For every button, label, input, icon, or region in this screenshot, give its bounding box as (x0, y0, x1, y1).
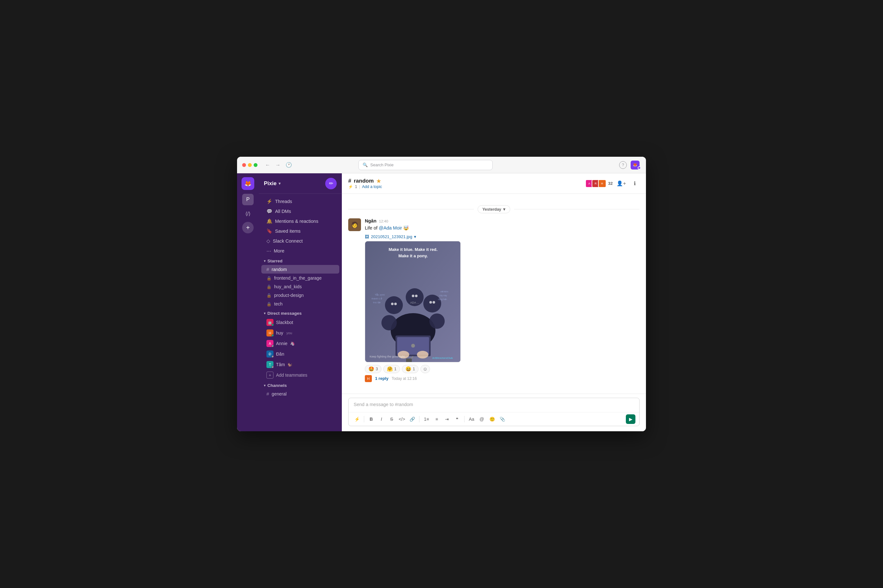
sidebar-item-mentions[interactable]: 🔔 Mentions & reactions (261, 216, 339, 226)
add-topic-link[interactable]: Add a topic (362, 184, 382, 189)
dm-item-slackbot[interactable]: 🤖 Slackbot (261, 317, 339, 327)
titlebar-right: ? 🦊 (619, 160, 641, 170)
channel-item-random[interactable]: # random (261, 265, 339, 274)
link-button[interactable]: 🔗 (408, 415, 417, 424)
channel-item-frontend[interactable]: 🔒 frontend_in_the_garage (261, 274, 339, 282)
minimize-button[interactable] (248, 163, 252, 167)
info-button[interactable]: ℹ (630, 179, 639, 188)
channel-item-product[interactable]: 🔒 product-design (261, 291, 339, 299)
forward-button[interactable]: → (274, 160, 282, 169)
sidebar-header: Pixie ▾ ✏ (259, 173, 342, 194)
file-icon: 🖼 (365, 234, 369, 239)
image-container[interactable]: Make it blue. Make it red. Make it a pon… (365, 241, 461, 362)
reaction-1[interactable]: 🤩 3 (365, 365, 381, 373)
message-input[interactable]: Send a message to #random (349, 398, 639, 412)
strikethrough-button[interactable]: S (387, 415, 396, 424)
titlebar: ← → 🕐 🔍 Search Pixie ? 🦊 (237, 157, 646, 173)
svg-point-15 (415, 295, 418, 297)
messages-area: Yesterday ▾ 🧑 Ngân 12:40 Life of (342, 194, 646, 394)
history-button[interactable]: 🕐 (284, 160, 293, 169)
reply-avatar: H (365, 375, 372, 382)
dm-item-dan[interactable]: Đ Đăn (261, 349, 339, 359)
dan-avatar: Đ (266, 351, 274, 357)
search-box[interactable]: 🔍 Search Pixie (358, 160, 493, 170)
dm-item-huy[interactable]: H huy you (261, 328, 339, 338)
svg-text:vẽ thêm: vẽ thêm (440, 291, 448, 293)
tam-emoji: 🐿️ (287, 362, 292, 367)
channel-item-tech[interactable]: 🔒 tech (261, 300, 339, 308)
text-format-button[interactable]: Aa (467, 415, 476, 424)
message-time: 12:40 (379, 219, 388, 223)
unordered-list-button[interactable]: ≡ (432, 415, 441, 424)
svg-point-14 (412, 295, 414, 297)
help-button[interactable]: ? (619, 161, 627, 169)
channel-star-icon[interactable]: ★ (376, 178, 381, 184)
reaction-3[interactable]: 😄 1 (402, 365, 418, 373)
sidebar-item-all-dms[interactable]: 💬 All DMs (261, 207, 339, 216)
sidebar-item-threads[interactable]: ⚡ Threads (261, 196, 339, 206)
huy-avatar: H (266, 329, 274, 336)
lightning-bolt-button[interactable]: ⚡ (352, 415, 361, 424)
rail-add-icon[interactable]: + (242, 222, 254, 233)
compose-button[interactable]: ✏ (325, 178, 337, 189)
message-body: Ngân 12:40 Life of @Ada Moir 🤯 🖼 2021052… (365, 218, 639, 382)
svg-point-7 (385, 296, 403, 314)
rail-home-icon[interactable]: P (242, 194, 254, 205)
channel-item-huy-kids[interactable]: 🔒 huy_and_kids (261, 282, 339, 291)
workspace-name[interactable]: Pixie ▾ (264, 180, 280, 187)
message-mention[interactable]: @Ada Moir (379, 225, 402, 231)
member-avatars[interactable]: A R H 32 (585, 179, 613, 188)
search-input[interactable]: Search Pixie (370, 162, 394, 167)
italic-button[interactable]: I (377, 415, 386, 424)
dm-item-annie[interactable]: A Annie 🦄 (261, 338, 339, 349)
mention-button[interactable]: @ (477, 415, 486, 424)
dm-name-annie: Annie (276, 341, 287, 346)
reaction-count-2: 1 (394, 367, 396, 371)
dm-name-dan: Đăn (276, 351, 284, 357)
indent-button[interactable]: ⇥ (442, 415, 451, 424)
dm-section-header[interactable]: ▾ Direct messages (259, 308, 342, 317)
back-button[interactable]: ← (264, 160, 272, 169)
block-button[interactable]: ❝ (453, 415, 462, 424)
add-teammates-button[interactable]: + Add teammates (261, 370, 339, 380)
sidebar-item-connect[interactable]: ◇ Slack Connect (261, 236, 339, 246)
sidebar-item-more[interactable]: ⋯ More (261, 246, 339, 256)
send-button[interactable]: ▶ (626, 414, 635, 424)
member-count[interactable]: 32 (608, 181, 613, 186)
sidebar-item-saved[interactable]: 🔖 Saved items (261, 226, 339, 236)
starred-section-header[interactable]: ▾ Starred (259, 256, 342, 265)
attachment-button[interactable]: 📎 (498, 415, 507, 424)
ordered-list-button[interactable]: 1≡ (422, 415, 431, 424)
close-button[interactable] (242, 163, 246, 167)
icon-rail: 🦊 P ⟨/⟩ + (237, 173, 259, 431)
message-text: Life of @Ada Moir 🤯 (365, 225, 639, 232)
workspace-icon[interactable]: 🦊 (242, 177, 254, 190)
channel-item-general[interactable]: # general (261, 390, 339, 398)
svg-point-10 (381, 315, 397, 330)
dm-chevron-icon: ▾ (264, 312, 265, 315)
mentions-label: Mentions & reactions (275, 219, 318, 224)
fullscreen-button[interactable] (254, 163, 257, 167)
date-badge[interactable]: Yesterday ▾ (478, 205, 510, 213)
nav-buttons: ← → 🕐 (264, 160, 293, 169)
bold-button[interactable]: B (367, 415, 376, 424)
emoji-button[interactable]: 🙂 (487, 415, 496, 424)
input-toolbar: ⚡ B I S </> 🔗 1≡ ≡ ⇥ ❝ Aa @ (349, 412, 639, 426)
dm-item-tam[interactable]: T Tâm 🐿️ (261, 360, 339, 370)
message-sender-avatar: 🧑 (348, 218, 361, 231)
channel-name-area: # random ★ ⚡ 1 | Add a topic (348, 178, 581, 189)
add-member-button[interactable]: 👤+ (617, 179, 626, 188)
file-name-link[interactable]: 🖼 20210521_123921.jpg ▾ (365, 234, 639, 239)
code-button[interactable]: </> (397, 415, 406, 424)
dan-status-dot (272, 355, 274, 357)
svg-point-9 (423, 295, 441, 312)
reaction-2[interactable]: 🤗 1 (384, 365, 400, 373)
message-input-area: Send a message to #random ⚡ B I S </> 🔗 … (342, 394, 646, 431)
rail-code-icon[interactable]: ⟨/⟩ (242, 208, 254, 219)
message-sender-name: Ngân (365, 218, 376, 224)
reply-link[interactable]: 1 reply (375, 376, 388, 381)
add-reaction-button[interactable]: ☺ (420, 365, 430, 373)
channels-section-header[interactable]: ▾ Channels (259, 381, 342, 389)
huy-lock-icon: 🔒 (266, 284, 272, 289)
message-placeholder: Send a message to #random (354, 402, 413, 407)
